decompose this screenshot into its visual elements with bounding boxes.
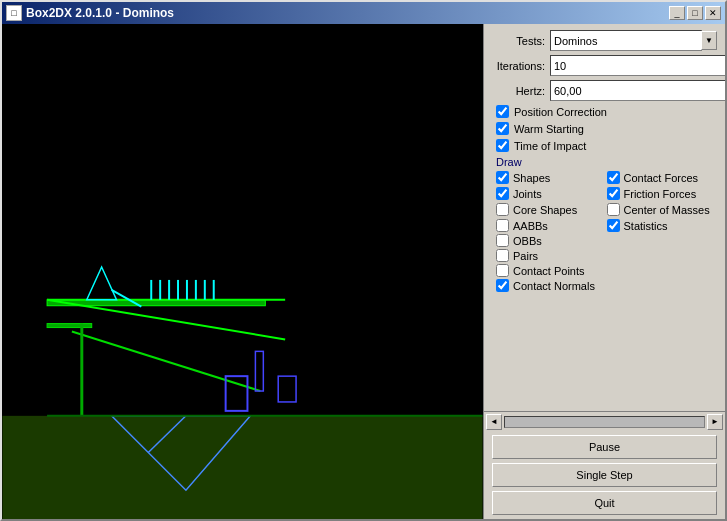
- warm-starting-label: Warm Starting: [514, 123, 584, 135]
- tests-dropdown-arrow[interactable]: ▼: [701, 31, 717, 50]
- simulation-canvas[interactable]: [2, 24, 483, 519]
- scroll-left-button[interactable]: ◄: [486, 414, 502, 430]
- center-of-masses-label: Center of Masses: [624, 204, 710, 216]
- contact-forces-checkbox[interactable]: [607, 171, 620, 184]
- obbs-label: OBBs: [513, 235, 542, 247]
- friction-forces-checkbox[interactable]: [607, 187, 620, 200]
- obbs-checkbox[interactable]: [496, 234, 509, 247]
- svg-marker-18: [87, 267, 117, 300]
- shapes-checkbox[interactable]: [496, 171, 509, 184]
- bottom-buttons: Pause Single Step Quit: [484, 431, 725, 519]
- contact-points-row: Contact Points: [492, 264, 717, 277]
- statistics-row: Statistics: [607, 219, 714, 232]
- window-controls: _ □ ✕: [669, 6, 721, 20]
- main-window: □ Box2DX 2.0.1.0 - Dominos _ □ ✕: [0, 0, 727, 521]
- contact-forces-row: Contact Forces: [607, 171, 714, 184]
- close-button[interactable]: ✕: [705, 6, 721, 20]
- hertz-row: Hertz: ▲ ▼: [492, 80, 717, 101]
- time-of-impact-label: Time of Impact: [514, 140, 586, 152]
- core-shapes-checkbox[interactable]: [496, 203, 509, 216]
- aabbs-row: AABBs: [496, 219, 603, 232]
- shapes-label: Shapes: [513, 172, 550, 184]
- window-title: Box2DX 2.0.1.0 - Dominos: [26, 6, 174, 20]
- tests-dropdown[interactable]: Dominos: [550, 30, 702, 51]
- shapes-row: Shapes: [496, 171, 603, 184]
- contact-normals-checkbox[interactable]: [496, 279, 509, 292]
- core-shapes-label: Core Shapes: [513, 204, 577, 216]
- svg-rect-6: [255, 351, 263, 391]
- window-icon: □: [6, 5, 22, 21]
- contact-points-label: Contact Points: [513, 265, 585, 277]
- statistics-checkbox[interactable]: [607, 219, 620, 232]
- time-of-impact-checkbox[interactable]: [496, 139, 509, 152]
- scroll-right-button[interactable]: ►: [707, 414, 723, 430]
- svg-line-4: [72, 332, 260, 392]
- svg-rect-0: [2, 416, 482, 519]
- scroll-track[interactable]: [504, 416, 705, 428]
- tests-row: Tests: Dominos ▼: [492, 30, 717, 51]
- hertz-input[interactable]: [550, 80, 725, 101]
- position-correction-checkbox[interactable]: [496, 105, 509, 118]
- single-step-button[interactable]: Single Step: [492, 463, 717, 487]
- iterations-row: Iterations: ▲ ▼: [492, 55, 717, 76]
- form-area: Tests: Dominos ▼ Iterations: ▲ ▼: [484, 24, 725, 411]
- warm-starting-row: Warm Starting: [492, 122, 717, 135]
- aabbs-checkbox[interactable]: [496, 219, 509, 232]
- draw-section-label: Draw: [496, 156, 713, 168]
- joints-checkbox[interactable]: [496, 187, 509, 200]
- main-content: Tests: Dominos ▼ Iterations: ▲ ▼: [2, 24, 725, 519]
- svg-rect-19: [47, 324, 92, 328]
- pairs-checkbox[interactable]: [496, 249, 509, 262]
- position-correction-label: Position Correction: [514, 106, 607, 118]
- obbs-row: OBBs: [492, 234, 717, 247]
- hertz-label: Hertz:: [492, 85, 550, 97]
- core-shapes-row: Core Shapes: [496, 203, 603, 216]
- svg-rect-20: [278, 376, 296, 402]
- time-of-impact-row: Time of Impact: [492, 139, 717, 152]
- contact-forces-label: Contact Forces: [624, 172, 699, 184]
- horizontal-scrollbar: ◄ ►: [484, 411, 725, 431]
- pairs-row: Pairs: [492, 249, 717, 262]
- warm-starting-checkbox[interactable]: [496, 122, 509, 135]
- joints-row: Joints: [496, 187, 603, 200]
- tests-label: Tests:: [492, 35, 550, 47]
- draw-grid: Shapes Contact Forces Joints: [492, 171, 717, 234]
- contact-normals-row: Contact Normals: [492, 279, 717, 292]
- statistics-label: Statistics: [624, 220, 668, 232]
- right-panel: Tests: Dominos ▼ Iterations: ▲ ▼: [483, 24, 725, 519]
- minimize-button[interactable]: _: [669, 6, 685, 20]
- maximize-button[interactable]: □: [687, 6, 703, 20]
- iterations-input[interactable]: [550, 55, 725, 76]
- aabbs-label: AABBs: [513, 220, 548, 232]
- pairs-label: Pairs: [513, 250, 538, 262]
- contact-normals-label: Contact Normals: [513, 280, 595, 292]
- contact-points-checkbox[interactable]: [496, 264, 509, 277]
- friction-forces-row: Friction Forces: [607, 187, 714, 200]
- center-of-masses-row: Center of Masses: [607, 203, 714, 216]
- iterations-label: Iterations:: [492, 60, 550, 72]
- pause-button[interactable]: Pause: [492, 435, 717, 459]
- joints-label: Joints: [513, 188, 542, 200]
- titlebar: □ Box2DX 2.0.1.0 - Dominos _ □ ✕: [2, 2, 725, 24]
- center-of-masses-checkbox[interactable]: [607, 203, 620, 216]
- position-correction-row: Position Correction: [492, 105, 717, 118]
- friction-forces-label: Friction Forces: [624, 188, 697, 200]
- quit-button[interactable]: Quit: [492, 491, 717, 515]
